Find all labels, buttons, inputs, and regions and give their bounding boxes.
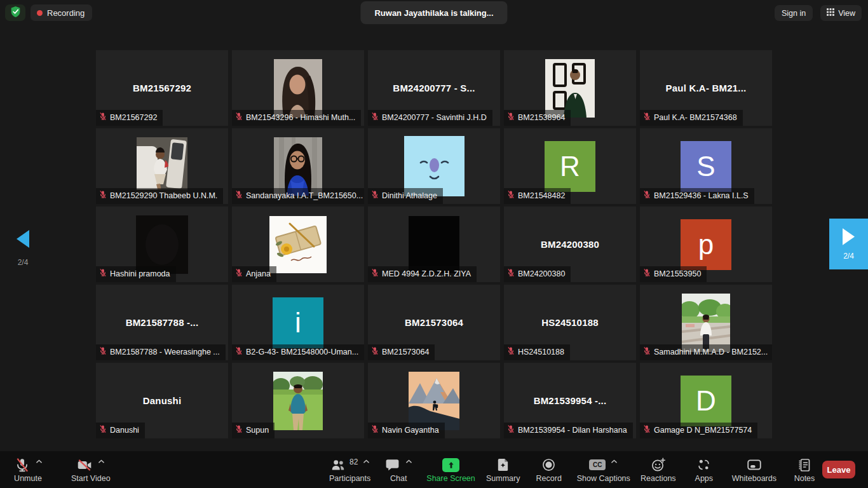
recording-indicator[interactable]: Recording	[31, 4, 92, 21]
participant-tile[interactable]: R BM21548482	[504, 128, 636, 204]
video-black	[409, 216, 459, 273]
record-icon	[541, 457, 557, 473]
participant-tile[interactable]: BM21567292 BM21567292	[96, 50, 228, 126]
muted-mic-icon	[643, 268, 651, 280]
active-speaker-text: Ruwan Jayathilaka is talking...	[374, 8, 493, 18]
muted-mic-icon	[507, 346, 515, 358]
participant-tile[interactable]: BM21573064 BM21573064	[368, 285, 500, 360]
photo-man-suit	[545, 59, 595, 118]
chat-button[interactable]: Chat	[381, 451, 416, 488]
chat-icon	[384, 457, 400, 473]
shield-check-icon	[10, 6, 21, 20]
notes-icon	[797, 458, 812, 473]
apps-button[interactable]: Apps	[686, 451, 722, 488]
participant-name-tag: Sandanayaka I.A.T_BM215650...	[232, 188, 364, 204]
participant-name-label: BM21529290 Thabeeb U.N.M.	[110, 191, 217, 200]
participant-name-tag: BM24200777 - Savinthi J.H.D	[368, 110, 492, 126]
share-screen-icon	[442, 458, 459, 472]
participant-tile[interactable]: Sandanayaka I.A.T_BM215650...	[232, 128, 364, 204]
participant-tile[interactable]: BM24200777 - S... BM24200777 - Savinthi …	[368, 50, 500, 126]
participant-name-tag: BM21529290 Thabeeb U.N.M.	[96, 188, 223, 204]
participant-tile[interactable]: Danushi Danushi	[96, 363, 228, 438]
previous-page-button[interactable]: 2/4	[9, 230, 37, 267]
show-captions-button[interactable]: CC Show Captions	[577, 451, 630, 488]
record-button[interactable]: Record	[531, 451, 567, 488]
participant-name-label: BM21538964	[518, 113, 565, 122]
participant-name-label: Anjana	[246, 269, 271, 278]
reactions-icon	[650, 457, 666, 473]
muted-mic-icon	[235, 112, 243, 123]
participant-tile[interactable]: MED 4994 Z.D.Z.H. ZIYA	[368, 207, 500, 282]
unmute-button[interactable]: Unmute	[10, 451, 46, 488]
participant-name-label: Hashini pramoda	[110, 269, 170, 278]
muted-mic-icon	[99, 268, 107, 280]
participant-name-tag: BM24200380	[504, 266, 571, 282]
participant-name-tag: Paul K.A- BM21574368	[640, 110, 743, 126]
participant-tile[interactable]: Dinithi Athalage	[368, 128, 500, 204]
muted-mic-icon	[507, 424, 515, 436]
participant-tile[interactable]: Supun	[232, 363, 364, 438]
participant-name-label: MED 4994 Z.D.Z.H. ZIYA	[382, 269, 471, 278]
view-label: View	[838, 9, 855, 18]
toolbar-middle-group: 82 Participants Chat Share Screen	[329, 451, 822, 488]
muted-mic-icon	[643, 424, 651, 436]
chevron-up-icon[interactable]	[98, 459, 105, 464]
letter-avatar: p	[681, 219, 731, 270]
reactions-button[interactable]: Reactions	[641, 451, 676, 488]
participant-tile[interactable]: Paul K.A- BM21... Paul K.A- BM21574368	[640, 50, 772, 126]
sign-in-button[interactable]: Sign in	[775, 5, 813, 21]
participant-name-tag: Samadhini M.M.A.D - BM2152...	[640, 344, 772, 360]
share-screen-button[interactable]: Share Screen	[426, 451, 475, 488]
mic-muted-icon	[14, 457, 31, 473]
muted-mic-icon	[235, 346, 243, 358]
participant-tile[interactable]: BM21587788 -... BM21587788 - Weerasinghe…	[96, 285, 228, 360]
muted-mic-icon	[371, 190, 379, 201]
participant-name-label: Navin Gayantha	[382, 426, 439, 435]
muted-mic-icon	[235, 424, 243, 436]
participant-tile[interactable]: Samadhini M.M.A.D - BM2152...	[640, 285, 772, 360]
participant-tile[interactable]: D Gamage D N_BM21577574	[640, 363, 772, 438]
whiteboards-button[interactable]: Whiteboards	[732, 451, 776, 488]
participant-name-label: BM21529436 - Lakna I.L.S	[654, 191, 749, 200]
participant-tile[interactable]: Hashini pramoda	[96, 207, 228, 282]
toolbar-left-group: Unmute Start Video	[10, 451, 111, 488]
muted-mic-icon	[99, 190, 107, 201]
page-indicator-left: 2/4	[9, 258, 37, 267]
avatar-koala-cartoon	[404, 136, 465, 196]
participant-tile[interactable]: BM21529290 Thabeeb U.N.M.	[96, 128, 228, 204]
participant-name-tag: BM21573064	[368, 344, 435, 360]
participant-tile[interactable]: HS24510188 HS24510188	[504, 285, 636, 360]
participant-name-tag: BM21587788 - Weerasinghe ...	[96, 344, 226, 360]
participant-tile[interactable]: BM21538964	[504, 50, 636, 126]
participant-tile[interactable]: p BM21553950	[640, 207, 772, 282]
start-video-button[interactable]: Start Video	[71, 451, 111, 488]
participant-name-label: BM21553950	[654, 269, 701, 278]
participant-tile[interactable]: i B2-G-43- BM21548000-Uman...	[232, 285, 364, 360]
zoom-meeting-window: Recording Ruwan Jayathilaka is talking..…	[0, 0, 868, 488]
participant-name-tag: BM21529436 - Lakna I.L.S	[640, 188, 754, 204]
muted-mic-icon	[507, 112, 515, 123]
participant-tile[interactable]: BM21543296 - Himashi Muth...	[232, 50, 364, 126]
chevron-up-icon[interactable]	[611, 459, 618, 464]
participant-tile[interactable]: BM21539954 -... BM21539954 - Dilan Harsh…	[504, 363, 636, 438]
photo-man-car	[137, 137, 187, 196]
view-button[interactable]: View	[820, 5, 862, 21]
chevron-up-icon[interactable]	[405, 459, 412, 464]
summary-button[interactable]: Summary	[485, 451, 521, 488]
participants-button[interactable]: 82 Participants	[329, 451, 370, 488]
participant-name-label: Samadhini M.M.A.D - BM2152...	[654, 348, 768, 356]
chevron-up-icon[interactable]	[363, 459, 370, 464]
participant-tile[interactable]: S BM21529436 - Lakna I.L.S	[640, 128, 772, 204]
notes-button[interactable]: Notes	[787, 451, 822, 488]
leave-button[interactable]: Leave	[822, 461, 855, 478]
participant-name-tag: Anjana	[232, 266, 276, 282]
participant-name-tag: BM21567292	[96, 110, 163, 126]
participant-tile[interactable]: Navin Gayantha	[368, 363, 500, 438]
next-page-button[interactable]: 2/4	[829, 219, 868, 269]
chevron-up-icon[interactable]	[36, 459, 43, 464]
participant-tile[interactable]: Anjana	[232, 207, 364, 282]
security-shield-button[interactable]	[5, 4, 25, 21]
participant-name-label: HS24510188	[518, 348, 564, 356]
participant-tile[interactable]: BM24200380 BM24200380	[504, 207, 636, 282]
muted-mic-icon	[235, 268, 243, 280]
